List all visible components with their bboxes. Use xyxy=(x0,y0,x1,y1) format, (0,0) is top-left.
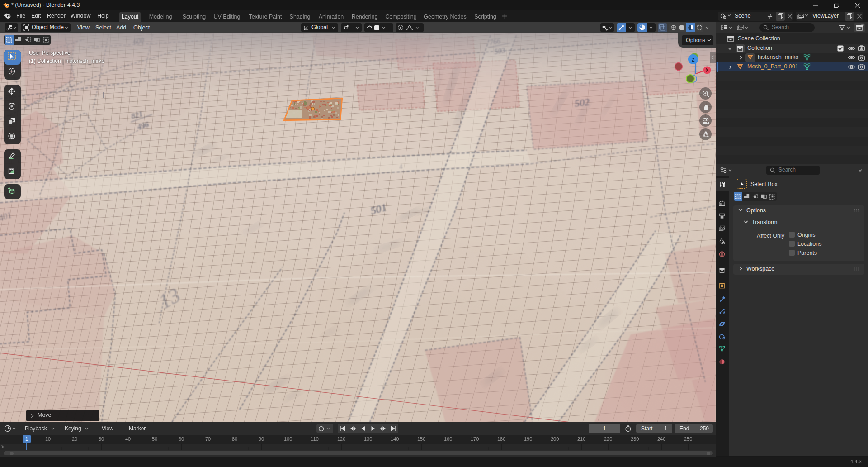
svg-text:X: X xyxy=(706,68,709,73)
svg-text:Z: Z xyxy=(692,57,695,62)
